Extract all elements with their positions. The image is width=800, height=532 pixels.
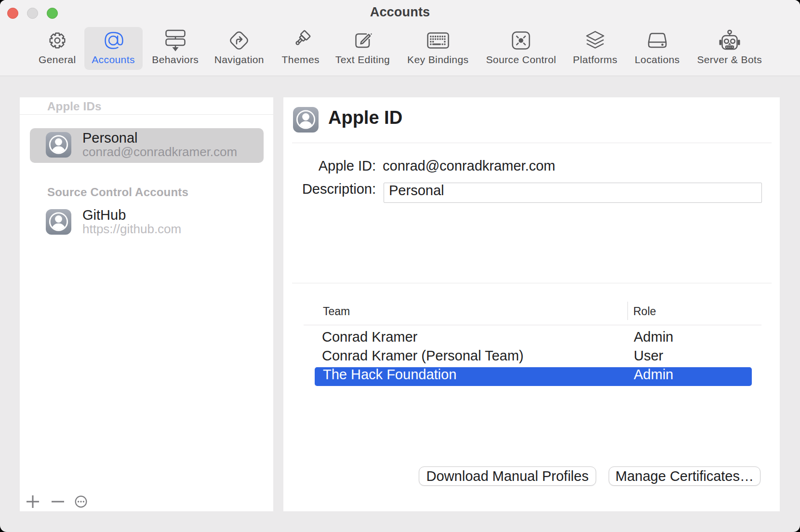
at-icon xyxy=(103,27,124,54)
person-avatar-icon xyxy=(46,132,71,158)
account-subtitle: https://github.com xyxy=(82,223,181,235)
account-detail-panel: Apple ID Apple ID: conrad@conradkramer.c… xyxy=(283,97,780,511)
tab-general[interactable]: General xyxy=(31,27,84,70)
paintbrush-icon xyxy=(289,27,312,54)
description-input[interactable] xyxy=(384,183,762,203)
keyboard-icon xyxy=(427,27,449,54)
text-editing-icon xyxy=(353,27,373,54)
table-row[interactable]: Conrad Kramer (Personal Team) User xyxy=(283,348,780,366)
robot-icon xyxy=(718,27,741,54)
tab-source-control[interactable]: Source Control xyxy=(477,27,566,70)
separator xyxy=(292,283,772,283)
ellipsis-circle-icon[interactable] xyxy=(70,491,92,512)
behaviors-icon xyxy=(165,27,186,54)
tab-locations[interactable]: Locations xyxy=(627,27,689,70)
layers-icon xyxy=(585,27,606,54)
sidebar-section-source-control: Source Control Accounts xyxy=(47,186,188,198)
tab-accounts[interactable]: Accounts xyxy=(84,27,143,70)
account-title: GitHub xyxy=(82,208,126,222)
manage-certificates-button[interactable]: Manage Certificates… xyxy=(609,466,760,486)
add-account-button[interactable] xyxy=(22,491,43,512)
table-row-selected[interactable]: The Hack Foundation Admin xyxy=(283,367,780,385)
gear-icon xyxy=(49,27,66,54)
sidebar-section-apple-ids: Apple IDs xyxy=(20,97,273,115)
download-manual-profiles-button[interactable]: Download Manual Profiles xyxy=(419,466,596,486)
tab-server-bots[interactable]: Server & Bots xyxy=(689,27,771,70)
sidebar-item-personal[interactable]: Personal conrad@conradkramer.com xyxy=(30,128,264,163)
source-control-icon xyxy=(511,27,531,54)
column-header-role[interactable]: Role xyxy=(633,306,656,317)
sidebar-item-github[interactable]: GitHub https://github.com xyxy=(30,205,264,240)
sidebar-section-label: Apple IDs xyxy=(47,101,101,112)
account-title: Personal xyxy=(82,131,137,145)
table-row[interactable]: Conrad Kramer Admin xyxy=(283,329,780,347)
remove-account-button[interactable] xyxy=(47,491,68,512)
table-header-underline xyxy=(304,325,761,325)
tab-behaviors[interactable]: Behaviors xyxy=(145,27,207,70)
apple-id-label: Apple ID: xyxy=(283,159,376,173)
accounts-sidebar: Apple IDs Personal conrad@conradkramer.c… xyxy=(20,97,273,511)
tab-text-editing[interactable]: Text Editing xyxy=(328,27,398,70)
window-title: Accounts xyxy=(0,6,800,19)
xcode-settings-window: Accounts General Accoun xyxy=(0,0,800,532)
window-chrome: Accounts General Accoun xyxy=(0,0,800,76)
external-drive-icon xyxy=(646,27,668,54)
person-avatar-icon xyxy=(293,107,319,133)
column-divider[interactable] xyxy=(627,302,628,320)
apple-id-value: conrad@conradkramer.com xyxy=(383,159,555,173)
page-title: Apple ID xyxy=(328,108,402,127)
settings-toolbar: General Accounts xyxy=(0,27,800,70)
separator xyxy=(292,143,772,143)
tab-themes[interactable]: Themes xyxy=(275,27,327,70)
tab-key-bindings[interactable]: Key Bindings xyxy=(400,27,477,70)
tab-navigation[interactable]: Navigation xyxy=(206,27,273,70)
tab-platforms[interactable]: Platforms xyxy=(565,27,626,70)
column-header-team[interactable]: Team xyxy=(323,306,350,317)
description-label: Description: xyxy=(283,182,376,196)
navigation-icon xyxy=(228,27,250,54)
account-subtitle: conrad@conradkramer.com xyxy=(82,146,237,158)
sidebar-footer xyxy=(20,491,273,512)
person-avatar-icon xyxy=(46,209,71,235)
